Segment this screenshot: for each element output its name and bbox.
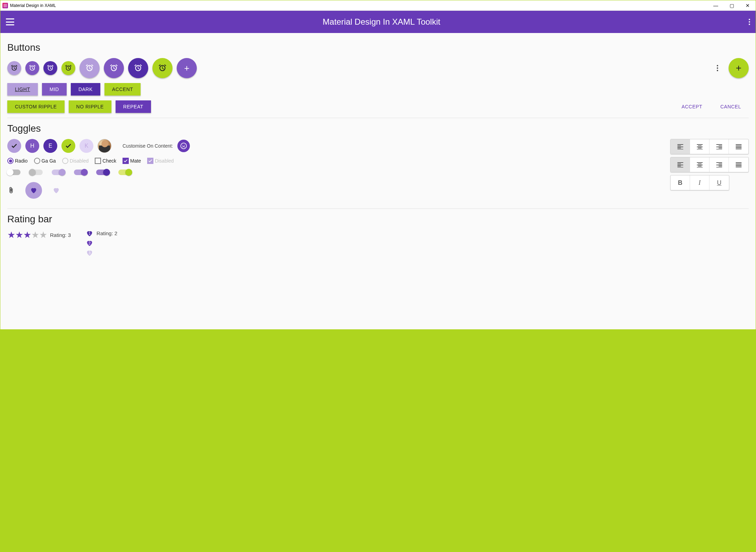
dark-button[interactable]: DARK [71, 83, 100, 96]
section-rating-title: Rating bar [7, 214, 749, 225]
chip-check-light[interactable] [7, 139, 21, 153]
sad-face-icon [180, 142, 187, 149]
plus-icon: + [736, 63, 741, 74]
checkbox-disabled: Disabled [147, 158, 174, 164]
svg-point-0 [180, 143, 186, 149]
heart-rating-2[interactable]: 2 [85, 239, 94, 247]
underline-button[interactable]: U [709, 175, 729, 190]
checkbox-mate[interactable]: Mate [123, 158, 141, 164]
repeat-button[interactable]: REPEAT [116, 100, 151, 113]
switch-on-dark[interactable] [96, 170, 109, 175]
star-3[interactable]: ★ [23, 230, 31, 240]
switch-off[interactable] [7, 170, 20, 175]
check-icon [65, 142, 72, 149]
check-icon [123, 158, 128, 163]
app-icon [2, 3, 8, 8]
heart-icon [52, 187, 60, 194]
alarm-icon [134, 64, 143, 73]
chip-h[interactable]: H [25, 139, 39, 153]
align-left-2[interactable] [671, 157, 690, 172]
heart-icon [30, 187, 37, 194]
alarm-icon [47, 64, 54, 72]
chip-row: H E K Customise On Content: [7, 139, 642, 153]
star-2[interactable]: ★ [15, 230, 23, 240]
avatar-chip[interactable] [98, 139, 111, 153]
colour-button-row: LIGHT MID DARK ACCENT [7, 83, 749, 96]
switch-on-light[interactable] [52, 170, 65, 175]
fab-large-dark[interactable] [128, 58, 148, 78]
align-right-icon [716, 144, 723, 149]
star-4[interactable]: ★ [31, 230, 39, 240]
maximize-button[interactable]: ▢ [724, 0, 740, 11]
content-area: Buttons + + LIGHT MID DARK ACCENT [0, 33, 756, 329]
icon-toggle-row [7, 182, 642, 199]
chip-k-disabled: K [79, 139, 93, 153]
align-justify-2[interactable] [729, 157, 748, 172]
star-1[interactable]: ★ [7, 230, 15, 240]
align-center-icon [696, 162, 703, 167]
content-more-icon[interactable] [717, 65, 718, 71]
align-group-2 [670, 157, 749, 172]
close-button[interactable]: ✕ [740, 0, 756, 11]
align-justify[interactable] [729, 139, 748, 154]
align-center-2[interactable] [690, 157, 709, 172]
align-right-2[interactable] [709, 157, 729, 172]
rating-hearts-label: Rating: 2 [96, 230, 117, 236]
fab-add-mid[interactable]: + [177, 58, 197, 78]
fab-alarm-mid[interactable] [25, 61, 39, 75]
mid-button[interactable]: MID [42, 83, 67, 96]
fab-large-mid[interactable] [104, 58, 124, 78]
switch-off-disabled [30, 170, 43, 175]
rating-stars-label: Rating: 3 [50, 232, 71, 238]
accept-button[interactable]: ACCEPT [674, 100, 710, 113]
smiley-toggle[interactable] [177, 140, 190, 152]
radio-disabled: Disabled [62, 158, 89, 164]
alarm-icon [28, 64, 36, 72]
no-ripple-button[interactable]: NO RIPPLE [69, 100, 111, 113]
paperclip-icon [7, 186, 15, 195]
align-left-icon [677, 144, 684, 149]
appbar-more-icon[interactable] [749, 19, 750, 25]
align-left[interactable] [671, 139, 690, 154]
fab-add-accent[interactable]: + [729, 58, 749, 78]
heart-toggle-on[interactable] [25, 182, 42, 199]
heart-toggle-off[interactable] [52, 187, 60, 194]
bold-button[interactable]: B [671, 175, 690, 190]
radio-gaga[interactable]: Ga Ga [34, 158, 56, 164]
fab-row: + + [7, 58, 749, 78]
fab-large-light[interactable] [79, 58, 100, 78]
menu-icon[interactable] [6, 18, 14, 25]
checkbox-check[interactable]: Check [95, 158, 116, 164]
star-5[interactable]: ★ [39, 230, 47, 240]
accent-button[interactable]: ACCENT [104, 83, 141, 96]
align-center[interactable] [690, 139, 709, 154]
align-group-1 [670, 139, 749, 154]
plus-icon: + [184, 63, 189, 74]
custom-ripple-button[interactable]: CUSTOM RIPPLE [7, 100, 65, 113]
switch-on-accent[interactable] [118, 170, 132, 175]
heart-rating-3[interactable]: 3 [85, 249, 94, 257]
fab-alarm-dark[interactable] [43, 61, 57, 75]
fab-alarm-light[interactable] [7, 61, 21, 75]
alarm-icon [65, 64, 72, 72]
minimize-button[interactable]: — [708, 0, 724, 11]
svg-point-1 [182, 145, 183, 146]
radio-checkbox-row: Radio Ga Ga Disabled Check Mate Disabled [7, 158, 642, 164]
app-window: Material Design in XAML — ▢ ✕ Material D… [0, 0, 756, 329]
heart-rating-1[interactable]: 1 [85, 230, 94, 237]
light-button[interactable]: LIGHT [7, 83, 38, 96]
divider [7, 118, 749, 118]
fab-large-accent[interactable] [152, 58, 173, 78]
align-right[interactable] [709, 139, 729, 154]
divider [7, 208, 749, 209]
switch-on-mid[interactable] [74, 170, 87, 175]
italic-button[interactable]: I [690, 175, 709, 190]
appbar: Material Design In XAML Toolkit [0, 11, 756, 33]
chip-e[interactable]: E [43, 139, 57, 153]
paperclip-toggle[interactable] [7, 186, 15, 195]
chip-check-accent[interactable] [61, 139, 75, 153]
cancel-button[interactable]: CANCEL [713, 100, 749, 113]
toggle-group-column: B I U [670, 139, 749, 190]
fab-alarm-accent[interactable] [61, 61, 75, 75]
radio-radio[interactable]: Radio [7, 158, 28, 164]
